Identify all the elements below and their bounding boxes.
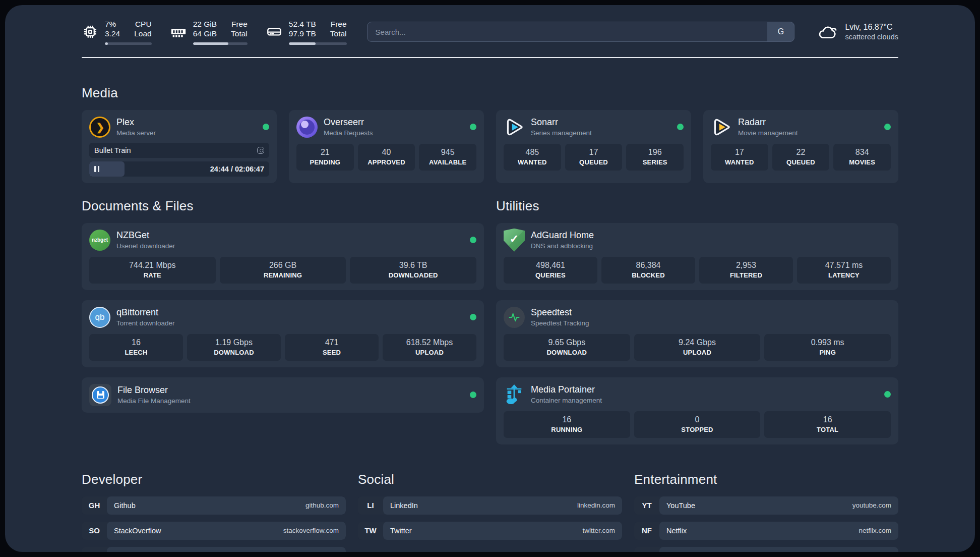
stat-label: RUNNING bbox=[506, 426, 628, 433]
stat-value: 86,384 bbox=[603, 261, 693, 270]
storage-total-value: 97.9 TB bbox=[289, 29, 316, 38]
sonarr-icon bbox=[504, 117, 525, 138]
link-abbr: SO bbox=[82, 526, 107, 535]
plex-title: Plex bbox=[116, 117, 156, 128]
stat-tile: 17 WANTED bbox=[711, 144, 768, 171]
cpu-load-label: Load bbox=[134, 29, 151, 38]
filebrowser-status-dot bbox=[470, 392, 476, 398]
stat-tile: 618.52 Mbps UPLOAD bbox=[383, 334, 476, 361]
stat-value: 9.65 Gbps bbox=[506, 338, 628, 347]
stat-value: 39.6 TB bbox=[352, 261, 474, 270]
search-engine-button[interactable]: G bbox=[767, 22, 794, 42]
stat-label: DOWNLOAD bbox=[189, 349, 279, 356]
cpu-progress-fill bbox=[105, 42, 108, 45]
session-icon[interactable] bbox=[257, 147, 264, 154]
stat-value: 40 bbox=[360, 148, 413, 157]
overseerr-icon bbox=[296, 117, 318, 138]
radarr-subtitle: Movie management bbox=[738, 129, 798, 137]
link-abbr: NF bbox=[634, 526, 659, 535]
stat-value: 0 bbox=[636, 415, 759, 424]
section-title-social: Social bbox=[358, 472, 622, 487]
card-adguard[interactable]: ✓ AdGuard Home DNS and adblocking 498,46… bbox=[496, 223, 898, 290]
stat-tile: 9.65 Gbps DOWNLOAD bbox=[504, 334, 630, 361]
storage-free-value: 52.4 TB bbox=[289, 19, 316, 29]
stat-label: QUEUED bbox=[567, 158, 621, 166]
portainer-title: Media Portainer bbox=[531, 384, 602, 396]
card-sonarr[interactable]: Sonarr Series management 485 WANTED 17 Q… bbox=[496, 110, 691, 183]
link-name: Github bbox=[114, 502, 136, 510]
link-youtube[interactable]: YT YouTube youtube.com bbox=[634, 496, 898, 515]
stat-tile: 16 TOTAL bbox=[764, 411, 891, 438]
link-name: StackOverflow bbox=[114, 527, 161, 535]
stat-value: 744.21 Mbps bbox=[91, 261, 214, 270]
stat-value: 9.24 Gbps bbox=[636, 338, 759, 347]
card-plex[interactable]: ❯ Plex Media server Bullet Train bbox=[82, 110, 277, 183]
stat-label: SEED bbox=[287, 349, 377, 356]
qbittorrent-subtitle: Torrent downloader bbox=[116, 319, 175, 327]
link-url: netflix.com bbox=[859, 527, 891, 534]
stat-label: LATENCY bbox=[799, 271, 889, 279]
link-linkedin[interactable]: LI LinkedIn linkedin.com bbox=[358, 496, 622, 515]
section-title-utilities: Utilities bbox=[496, 198, 898, 214]
link-github[interactable]: GH Github github.com bbox=[82, 496, 346, 515]
stat-label: PENDING bbox=[298, 158, 352, 166]
stat-value: 16 bbox=[766, 415, 889, 424]
link-stackoverflow[interactable]: SO StackOverflow stackoverflow.com bbox=[82, 522, 346, 540]
stat-label: MOVIES bbox=[835, 158, 889, 166]
stat-tile: 86,384 BLOCKED bbox=[601, 257, 695, 284]
search-input[interactable] bbox=[367, 22, 795, 42]
sonarr-status-dot bbox=[677, 124, 684, 130]
stat-label: DOWNLOADED bbox=[352, 271, 474, 279]
link-abbr: LI bbox=[358, 501, 383, 510]
stat-label: AVAILABLE bbox=[421, 158, 474, 166]
stat-tile: 744.21 Mbps RATE bbox=[89, 257, 216, 284]
stat-tile: 945 AVAILABLE bbox=[419, 144, 476, 171]
qbittorrent-status-dot bbox=[470, 314, 476, 320]
link-twitter[interactable]: TW Twitter twitter.com bbox=[358, 522, 622, 540]
cpu-label: CPU bbox=[134, 19, 151, 29]
dashboard-panel: 7% 3.24 CPU Load bbox=[5, 5, 975, 552]
link-url: github.com bbox=[305, 502, 339, 509]
stat-tile: 0.993 ms PING bbox=[764, 334, 891, 361]
link-name: YouTube bbox=[666, 502, 695, 510]
card-filebrowser[interactable]: File Browser Media File Management bbox=[82, 377, 484, 413]
stat-label: DOWNLOAD bbox=[506, 349, 628, 356]
storage-free-label: Free bbox=[330, 19, 347, 29]
plex-subtitle: Media server bbox=[116, 129, 156, 137]
card-nzbget[interactable]: nzbget NZBGet Usenet downloader 744.21 M… bbox=[82, 223, 484, 290]
overseerr-status-dot bbox=[470, 124, 476, 130]
pause-icon[interactable] bbox=[94, 166, 99, 172]
header: 7% 3.24 CPU Load bbox=[82, 19, 898, 45]
stat-value: 834 bbox=[835, 148, 889, 157]
nzbget-icon: nzbget bbox=[89, 230, 110, 251]
link-abbr: GH bbox=[82, 501, 107, 510]
memory-free-label: Free bbox=[231, 19, 248, 29]
stat-label: WANTED bbox=[713, 158, 766, 166]
storage-widget: 52.4 TB 97.9 TB Free Total bbox=[266, 19, 347, 45]
card-portainer[interactable]: Media Portainer Container management 16 … bbox=[496, 377, 898, 444]
memory-free-value: 22 GiB bbox=[193, 19, 217, 29]
plex-icon: ❯ bbox=[89, 117, 110, 138]
card-radarr[interactable]: Radarr Movie management 17 WANTED 22 QUE… bbox=[703, 110, 898, 183]
card-overseerr[interactable]: Overseerr Media Requests 21 PENDING 40 A… bbox=[289, 110, 484, 183]
memory-widget: 22 GiB 64 GiB Free Total bbox=[170, 19, 248, 45]
stat-tile: 17 QUEUED bbox=[565, 144, 623, 171]
filebrowser-subtitle: Media File Management bbox=[117, 397, 191, 405]
link-abbr: TW bbox=[358, 526, 383, 535]
stat-value: 22 bbox=[774, 148, 828, 157]
card-speedtest[interactable]: Speedtest Speedtest Tracking 9.65 Gbps D… bbox=[496, 300, 898, 367]
stat-tile: 0 STOPPED bbox=[634, 411, 761, 438]
link-dev[interactable]: DT DEV dev.to bbox=[82, 547, 346, 552]
section-social: Social LI LinkedIn linkedin.com TW Twitt… bbox=[358, 472, 622, 552]
stat-tile: 266 GB REMAINING bbox=[220, 257, 346, 284]
section-entertainment: Entertainment YT YouTube youtube.com NF … bbox=[634, 472, 898, 552]
stat-label: REMAINING bbox=[222, 271, 344, 279]
stat-label: LEECH bbox=[91, 349, 181, 356]
storage-progressbar bbox=[289, 42, 347, 45]
card-qbittorrent[interactable]: qb qBittorrent Torrent downloader 16 LEE… bbox=[82, 300, 484, 367]
link-reddit[interactable]: RE Reddit reddit.com bbox=[634, 547, 898, 552]
stat-value: 16 bbox=[91, 338, 181, 347]
memory-icon bbox=[170, 23, 187, 40]
cpu-icon bbox=[82, 23, 99, 40]
link-netflix[interactable]: NF Netflix netflix.com bbox=[634, 522, 898, 540]
